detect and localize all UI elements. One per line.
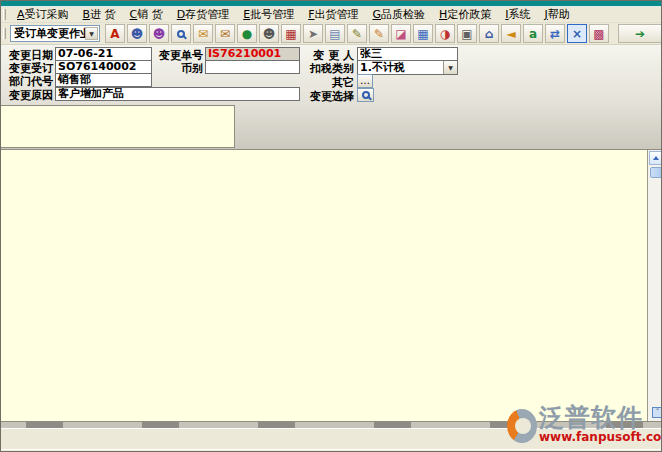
logo-brand: 泛普软件 [539, 405, 662, 431]
scroll-up-icon[interactable] [649, 151, 662, 165]
task-combo-value: 受订单变更作业 [14, 26, 91, 41]
change-no-input[interactable]: IS76210001 [205, 47, 300, 61]
change-select-label: 变更选择 [304, 89, 354, 104]
menu-item-j[interactable]: J帮助 [538, 7, 577, 22]
font-color-icon[interactable]: A [105, 24, 125, 43]
table-icon[interactable]: ▦ [413, 24, 433, 43]
menu-item-b[interactable]: B进 货 [76, 7, 123, 22]
change-date-input[interactable]: 07-06-21 [55, 47, 152, 61]
cells-icon[interactable]: ▦ [281, 24, 301, 43]
user-edit-icon[interactable]: ☻ [149, 24, 169, 43]
user-search-icon[interactable] [171, 24, 191, 43]
search-icon [362, 91, 370, 99]
menu-item-c[interactable]: C销 货 [123, 7, 170, 22]
close-x-icon[interactable]: × [567, 24, 587, 43]
logo-dropdown-icon[interactable]: ˅ [652, 407, 662, 418]
pencil-alt-icon[interactable]: ✎ [369, 24, 389, 43]
globe-icon[interactable]: ● [237, 24, 257, 43]
tax-type-select[interactable]: 1.不计税 ▼ [357, 60, 458, 75]
change-select-button[interactable] [357, 88, 374, 102]
menu-item-a[interactable]: A受订采购 [10, 7, 76, 22]
other-button[interactable]: … [357, 74, 373, 88]
menu-item-f[interactable]: F出货管理 [301, 7, 365, 22]
menu-grip[interactable] [3, 9, 6, 20]
eraser-icon[interactable]: ◪ [391, 24, 411, 43]
currency-input[interactable] [205, 60, 300, 74]
menu-bar: A受订采购B进 货C销 货D存货管理E批号管理F出货管理G品质检验H定价政策I系… [1, 7, 662, 23]
document-icon[interactable]: ▤ [325, 24, 345, 43]
toolbar: 受订单变更作业 ▼ A☻☻✉✉●☻▦➤▤✎✎◪▦◑▣⌂◄a⇄×▩➔ [1, 23, 662, 45]
doc-export-icon[interactable]: a [523, 24, 543, 43]
logo-swirl-icon [507, 409, 537, 443]
change-lines-grid [1, 149, 662, 421]
network-icon[interactable]: ⌂ [479, 24, 499, 43]
app-window: A受订采购B进 货C销 货D存货管理E批号管理F出货管理G品质检验H定价政策I系… [0, 0, 662, 452]
chevron-down-icon[interactable]: ▼ [443, 61, 457, 74]
tax-type-value: 1.不计税 [360, 61, 405, 74]
scrollbar-thumb[interactable] [650, 167, 662, 178]
dept-code-input[interactable]: 销售部 [55, 73, 152, 87]
chart-icon[interactable]: ◑ [435, 24, 455, 43]
users-icon[interactable]: ☻ [127, 24, 147, 43]
other-label: 其它 [304, 75, 354, 90]
change-order-input[interactable]: SO76140002 [55, 60, 152, 74]
menu-item-d[interactable]: D存货管理 [170, 7, 236, 22]
chevron-down-icon[interactable]: ▼ [85, 27, 98, 40]
speaker-icon[interactable]: ◄ [501, 24, 521, 43]
menu-item-i[interactable]: I系统 [498, 7, 537, 22]
disk-drive-icon[interactable]: ▣ [457, 24, 477, 43]
currency-label: 币别 [153, 61, 203, 76]
menu-item-g[interactable]: G品质检验 [366, 7, 433, 22]
mail-folder-icon[interactable]: ✉ [215, 24, 235, 43]
doc-window-icon[interactable]: ⇄ [545, 24, 565, 43]
mail-open-icon[interactable]: ✉ [193, 24, 213, 43]
vertical-scrollbar[interactable] [647, 150, 662, 421]
pushpin-icon[interactable]: ➤ [303, 24, 323, 43]
dept-code-label: 部门代号 [3, 74, 53, 89]
toolbar-grip[interactable] [3, 28, 6, 39]
pencil-icon[interactable]: ✎ [347, 24, 367, 43]
user-help-icon[interactable]: ☻ [259, 24, 279, 43]
form-area: 变更日期 07-06-21 变更单号 IS76210001 变 更 人 张三 变… [1, 45, 662, 149]
tax-type-label: 扣税类别 [304, 61, 354, 76]
change-person-input[interactable]: 张三 [357, 47, 458, 61]
task-combo[interactable]: 受订单变更作业 ▼ [10, 25, 100, 42]
layers-icon[interactable]: ▩ [589, 24, 609, 43]
detail-entry-grid [1, 105, 235, 148]
menu-item-h[interactable]: H定价政策 [432, 7, 498, 22]
menu-item-e[interactable]: E批号管理 [236, 7, 301, 22]
vendor-logo[interactable]: 泛普软件 www.fanpusoft.com ˅ [507, 405, 661, 451]
change-reason-label: 变更原因 [3, 88, 53, 103]
change-reason-input[interactable]: 客户增加产品 [55, 87, 300, 101]
logo-url[interactable]: www.fanpusoft.com [539, 431, 662, 444]
exit-icon[interactable]: ➔ [618, 24, 662, 43]
